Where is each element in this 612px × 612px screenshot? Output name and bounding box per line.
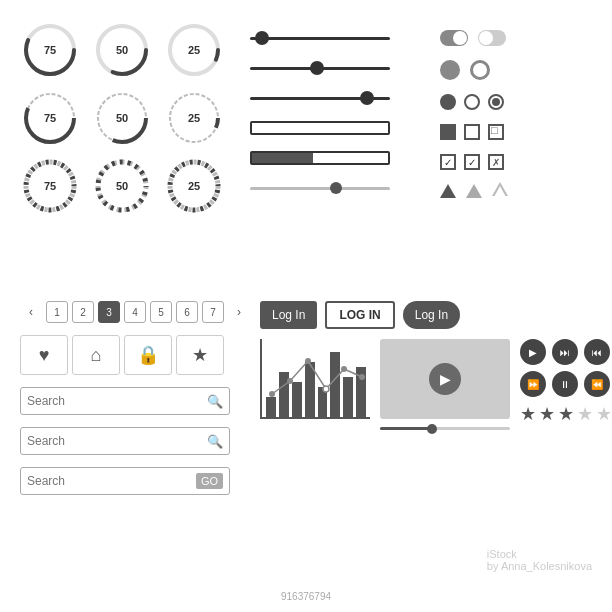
skip-next-btn[interactable]: ⏭ — [552, 339, 578, 365]
page-2-btn[interactable]: 2 — [72, 301, 94, 323]
circles-row-3: 75 50 25 — [20, 156, 240, 216]
circle-label: 50 — [116, 180, 128, 192]
triangle-filled — [440, 184, 456, 198]
login-btn-dark[interactable]: Log In — [260, 301, 317, 329]
playback-row-1: ▶ ⏭ ⏮ — [520, 339, 612, 365]
pagination: ‹ 1 2 3 4 5 6 7 › — [20, 301, 250, 323]
search-icon-1: 🔍 — [207, 394, 223, 409]
checkbox-filled[interactable] — [440, 124, 456, 140]
login-btn-rounded[interactable]: Log In — [403, 301, 460, 329]
bar-chart — [260, 339, 370, 419]
rewind-btn[interactable]: ⏪ — [584, 371, 610, 397]
toggle-off[interactable] — [478, 30, 506, 46]
left-bottom: ‹ 1 2 3 4 5 6 7 › ♥ ⌂ 🔒 ★ 🔍 — [20, 301, 250, 592]
controls-section: □ ✓ ✓ ✗ — [440, 20, 540, 291]
search-input-3[interactable] — [27, 474, 196, 488]
page-1-btn[interactable]: 1 — [46, 301, 68, 323]
radio-empty[interactable] — [464, 94, 480, 110]
bar-2 — [279, 372, 289, 417]
circle-50-dotted: 50 — [92, 156, 152, 216]
checkbox-checked[interactable]: ✓ — [440, 154, 456, 170]
search-bar-1[interactable]: 🔍 — [20, 387, 230, 415]
checkbox-checked-2[interactable]: ✓ — [464, 154, 480, 170]
lock-icon-btn[interactable]: 🔒 — [124, 335, 172, 375]
slider-thumb[interactable] — [310, 61, 324, 75]
bar-5 — [318, 387, 328, 417]
circles-section: 75 50 25 — [20, 20, 240, 291]
star-icon-btn[interactable]: ★ — [176, 335, 224, 375]
circle-label: 75 — [44, 112, 56, 124]
circle-75-dotted: 75 — [20, 156, 80, 216]
slider-track — [250, 37, 390, 40]
slider-3[interactable] — [250, 90, 430, 106]
bar-1 — [266, 397, 276, 417]
dot-filled — [440, 60, 460, 80]
bar-6 — [330, 352, 340, 417]
page-5-btn[interactable]: 5 — [150, 301, 172, 323]
toggle-on[interactable] — [440, 30, 468, 46]
login-btn-outline[interactable]: LOG IN — [325, 301, 394, 329]
circle-label: 50 — [116, 44, 128, 56]
circle-label: 75 — [44, 44, 56, 56]
search-input-2[interactable] — [27, 434, 207, 448]
prev-page-btn[interactable]: ‹ — [20, 301, 42, 323]
toggle-knob — [479, 31, 493, 45]
star-4[interactable]: ★ — [577, 403, 593, 425]
progress-fill — [252, 153, 313, 163]
slider-thumb[interactable] — [330, 182, 342, 194]
page-4-btn[interactable]: 4 — [124, 301, 146, 323]
slider-thumb[interactable] — [360, 91, 374, 105]
slider-2[interactable] — [250, 60, 430, 76]
skip-prev-btn[interactable]: ⏮ — [584, 339, 610, 365]
progress-bar-filled — [250, 150, 430, 166]
radio-filled[interactable] — [440, 94, 456, 110]
slider-1[interactable] — [250, 30, 430, 46]
bar-4 — [305, 362, 315, 417]
progress-bar-empty — [250, 120, 430, 136]
star-1[interactable]: ★ — [520, 403, 536, 425]
video-player: ▶ — [380, 339, 510, 419]
radio-row — [440, 94, 504, 110]
search-bar-2[interactable]: 🔍 — [20, 427, 230, 455]
search-icon-2: 🔍 — [207, 434, 223, 449]
toggle-row-1 — [440, 30, 506, 46]
bar-8 — [356, 367, 366, 417]
star-3[interactable]: ★ — [558, 403, 574, 425]
page-3-btn[interactable]: 3 — [98, 301, 120, 323]
video-progress[interactable] — [380, 427, 510, 430]
stock-number: 916376794 — [281, 591, 331, 602]
star-5[interactable]: ★ — [596, 403, 612, 425]
svg-point-22 — [341, 366, 347, 372]
circle-75-dashed: 75 — [20, 88, 80, 148]
search-input-1[interactable] — [27, 394, 207, 408]
watermark-author: by Anna_Kolesnikova — [487, 560, 592, 572]
radio-selected[interactable] — [488, 94, 504, 110]
main-container: 75 50 25 — [0, 0, 612, 612]
go-button[interactable]: GO — [196, 473, 223, 489]
next-page-btn[interactable]: › — [228, 301, 250, 323]
home-icon-btn[interactable]: ⌂ — [72, 335, 120, 375]
pause-btn[interactable]: ⏸ — [552, 371, 578, 397]
playback-row-2: ⏩ ⏸ ⏪ — [520, 371, 612, 397]
heart-icon-btn[interactable]: ♥ — [20, 335, 68, 375]
circle-label: 25 — [188, 180, 200, 192]
big-dot-row — [440, 60, 490, 80]
circle-50-dashed: 50 — [92, 88, 152, 148]
checkbox-empty[interactable] — [464, 124, 480, 140]
circle-25-dotted: 25 — [164, 156, 224, 216]
fast-fwd-btn[interactable]: ⏩ — [520, 371, 546, 397]
slider-track-light — [250, 187, 390, 190]
checkbox-x[interactable]: ✗ — [488, 154, 504, 170]
slider-thin[interactable] — [250, 180, 430, 196]
video-play-btn[interactable]: ▶ — [429, 363, 461, 395]
circle-label: 75 — [44, 180, 56, 192]
slider-thumb[interactable] — [255, 31, 269, 45]
video-thumb[interactable] — [427, 424, 437, 434]
play-ctrl-btn[interactable]: ▶ — [520, 339, 546, 365]
page-7-btn[interactable]: 7 — [202, 301, 224, 323]
circle-50-solid: 50 — [92, 20, 152, 80]
star-2[interactable]: ★ — [539, 403, 555, 425]
circles-row-2: 75 50 25 — [20, 88, 240, 148]
search-bar-3[interactable]: GO — [20, 467, 230, 495]
page-6-btn[interactable]: 6 — [176, 301, 198, 323]
